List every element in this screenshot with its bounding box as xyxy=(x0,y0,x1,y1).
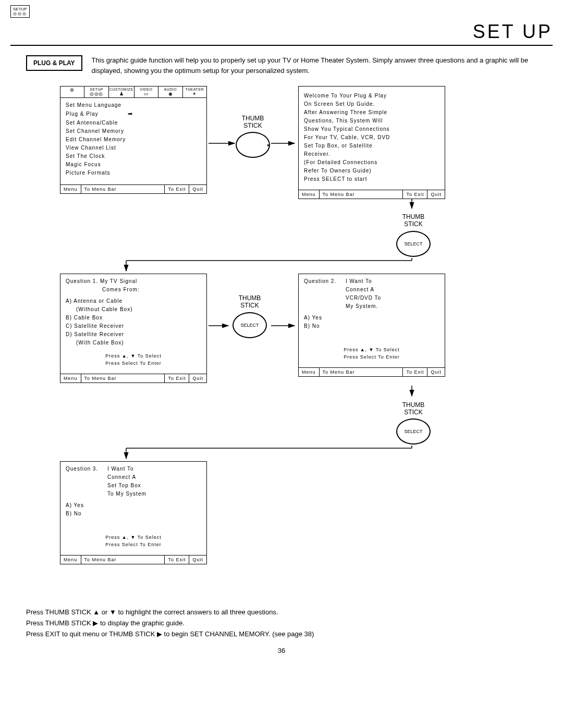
tab-setup: SETUP◎◎◎ xyxy=(84,87,108,97)
triangle-right-icon: ▸ xyxy=(267,142,270,147)
instructions-block: Press THUMB STICK ▲ or ▼ to highlight th… xyxy=(26,607,553,639)
thumb-stick-label-1: THUMBSTICK xyxy=(235,115,271,130)
panel-welcome: Welcome To Your Plug & Play On Screen Se… xyxy=(298,86,445,199)
tab-video: VIDEO▭ xyxy=(134,87,158,97)
page-header: SET UP xyxy=(10,21,553,46)
intro-row: PLUG & PLAY This graphic guide function … xyxy=(10,55,553,76)
setup-header-icon: SETUP ◎◎◎ xyxy=(10,5,30,18)
tab-audio: AUDIO◉ xyxy=(158,87,182,97)
page-title: SET UP xyxy=(473,21,553,42)
select-text: SELECT xyxy=(240,323,259,328)
plug-and-play-label: PLUG & PLAY xyxy=(26,55,82,71)
panel-question-1: Question 1. My TV Signal Comes From: A) … xyxy=(60,274,207,383)
page-number: 36 xyxy=(10,647,553,655)
thumb-stick-circle-1: ▸ xyxy=(236,132,270,158)
thumb-stick-label-2: THUMBSTICK xyxy=(395,213,432,228)
arrow-right-icon: ➡ xyxy=(128,110,133,117)
thumb-stick-circle-3: SELECT xyxy=(232,312,267,338)
select-text: SELECT xyxy=(404,429,422,434)
intro-text: This graphic guide function will help yo… xyxy=(92,55,553,76)
flow-diagram: ⚙ SETUP◎◎◎ CUSTOMIZE♟ VIDEO▭ AUDIO◉ THEA… xyxy=(10,86,553,602)
panel-setup-menu: ⚙ SETUP◎◎◎ CUSTOMIZE♟ VIDEO▭ AUDIO◉ THEA… xyxy=(60,86,207,194)
thumb-stick-label-3: THUMBSTICK xyxy=(231,294,268,310)
tab-customize: CUSTOMIZE♟ xyxy=(109,87,134,97)
thumb-stick-label-4: THUMBSTICK xyxy=(395,401,432,416)
panel-question-2: Question 2. I Want To Connect A VCR/DVD … xyxy=(298,274,445,377)
panel-question-3: Question 3. I Want To Connect A Set Top … xyxy=(60,461,207,564)
tab-theater: THEATER✶ xyxy=(183,87,206,97)
thumb-stick-circle-2: SELECT xyxy=(396,231,431,257)
thumb-stick-circle-4: SELECT xyxy=(396,418,431,445)
select-text: SELECT xyxy=(404,241,422,246)
menu-tabs: ⚙ SETUP◎◎◎ CUSTOMIZE♟ VIDEO▭ AUDIO◉ THEA… xyxy=(60,87,206,98)
